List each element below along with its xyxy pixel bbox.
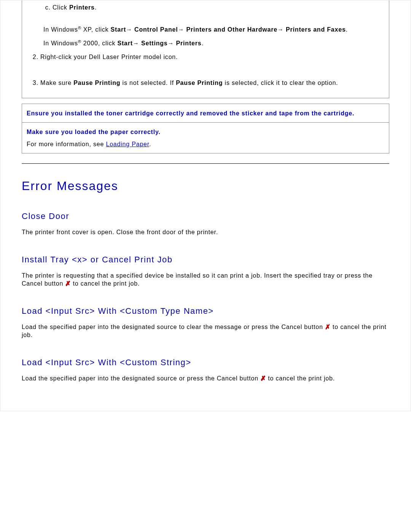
substep-c: Click Printers.: [53, 4, 385, 11]
load-paper-body: For more information, see Loading Paper.: [27, 141, 384, 148]
toner-cartridge-note: Ensure you installed the toner cartridge…: [27, 110, 354, 117]
error-install-tray-title: Install Tray <x> or Cancel Print Job: [22, 255, 389, 265]
w2000-instructions: In Windows® 2000, click Start→ Settings→…: [26, 40, 385, 47]
error-close-door-title: Close Door: [22, 211, 389, 221]
load-paper-title: Make sure you loaded the paper correctly…: [27, 129, 384, 136]
divider: [22, 163, 389, 164]
step-2: Right-click your Dell Laser Printer mode…: [40, 54, 385, 61]
step-3: Make sure Pause Printing is not selected…: [40, 80, 385, 86]
error-install-tray-body: The printer is requesting that a specifi…: [22, 272, 389, 288]
instructions-table: Click Printers. In Windows® XP, click St…: [22, 0, 389, 98]
error-load-custom-type-title: Load <Input Src> With <Custom Type Name>: [22, 306, 389, 316]
error-close-door-body: The printer front cover is open. Close t…: [22, 228, 389, 236]
error-load-custom-string-title: Load <Input Src> With <Custom String>: [22, 358, 389, 367]
xp-instructions: In Windows® XP, click Start→ Control Pan…: [26, 26, 385, 33]
loading-paper-link[interactable]: Loading Paper: [106, 141, 149, 147]
error-load-custom-type-body: Load the specified paper into the design…: [22, 323, 389, 339]
section-title: Error Messages: [22, 179, 389, 193]
error-load-custom-string-body: Load the specified paper into the design…: [22, 374, 389, 383]
info-table: Ensure you installed the toner cartridge…: [22, 104, 389, 153]
